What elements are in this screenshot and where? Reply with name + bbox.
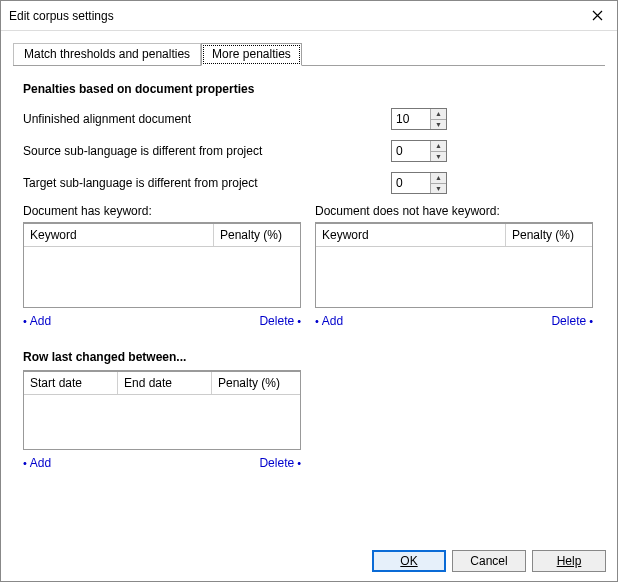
dialog-buttons: OK Cancel Help — [372, 550, 606, 572]
target-sublanguage-input[interactable] — [392, 173, 430, 193]
titlebar: Edit corpus settings — [1, 1, 617, 31]
source-sublanguage-spinner[interactable]: ▲ ▼ — [391, 140, 447, 162]
target-sublanguage-spinner[interactable]: ▲ ▼ — [391, 172, 447, 194]
column-keyword: Keyword — [24, 224, 214, 246]
row-changed-table[interactable]: Start date End date Penalty (%) — [23, 370, 301, 450]
bullet-icon: • — [589, 316, 593, 327]
column-penalty: Penalty (%) — [506, 224, 592, 246]
add-row-link[interactable]: • Add — [23, 456, 51, 470]
target-sublanguage-label: Target sub-language is different from pr… — [23, 176, 391, 190]
spinner-down-icon[interactable]: ▼ — [431, 152, 446, 162]
column-start-date: Start date — [24, 372, 118, 394]
ok-button[interactable]: OK — [372, 550, 446, 572]
unfinished-alignment-label: Unfinished alignment document — [23, 112, 391, 126]
bullet-icon: • — [23, 458, 27, 469]
has-keyword-title: Document has keyword: — [23, 204, 301, 218]
add-has-keyword-link[interactable]: • Add — [23, 314, 51, 328]
row-changed-heading: Row last changed between... — [23, 350, 301, 364]
unfinished-alignment-spinner[interactable]: ▲ ▼ — [391, 108, 447, 130]
bullet-icon: • — [315, 316, 319, 327]
column-keyword: Keyword — [316, 224, 506, 246]
source-sublanguage-input[interactable] — [392, 141, 430, 161]
not-have-keyword-table[interactable]: Keyword Penalty (%) — [315, 222, 593, 308]
bullet-icon: • — [23, 316, 27, 327]
spinner-up-icon[interactable]: ▲ — [431, 109, 446, 120]
column-penalty: Penalty (%) — [212, 372, 300, 394]
tab-panel: Penalties based on document properties U… — [13, 65, 605, 478]
spinner-up-icon[interactable]: ▲ — [431, 173, 446, 184]
delete-row-link[interactable]: Delete • — [259, 456, 301, 470]
tab-more-penalties[interactable]: More penalties — [201, 43, 302, 66]
section-heading: Penalties based on document properties — [23, 82, 595, 96]
source-sublanguage-label: Source sub-language is different from pr… — [23, 144, 391, 158]
delete-not-keyword-link[interactable]: Delete • — [551, 314, 593, 328]
tab-match-thresholds[interactable]: Match thresholds and penalties — [13, 43, 201, 66]
spinner-down-icon[interactable]: ▼ — [431, 120, 446, 130]
help-button[interactable]: Help — [532, 550, 606, 572]
delete-has-keyword-link[interactable]: Delete • — [259, 314, 301, 328]
cancel-button[interactable]: Cancel — [452, 550, 526, 572]
window-title: Edit corpus settings — [9, 9, 585, 23]
spinner-down-icon[interactable]: ▼ — [431, 184, 446, 194]
spinner-up-icon[interactable]: ▲ — [431, 141, 446, 152]
add-not-keyword-link[interactable]: • Add — [315, 314, 343, 328]
bullet-icon: • — [297, 458, 301, 469]
has-keyword-table[interactable]: Keyword Penalty (%) — [23, 222, 301, 308]
unfinished-alignment-input[interactable] — [392, 109, 430, 129]
bullet-icon: • — [297, 316, 301, 327]
column-penalty: Penalty (%) — [214, 224, 300, 246]
not-have-keyword-title: Document does not have keyword: — [315, 204, 593, 218]
column-end-date: End date — [118, 372, 212, 394]
close-icon[interactable] — [585, 4, 609, 28]
tab-strip: Match thresholds and penalties More pena… — [13, 41, 605, 66]
